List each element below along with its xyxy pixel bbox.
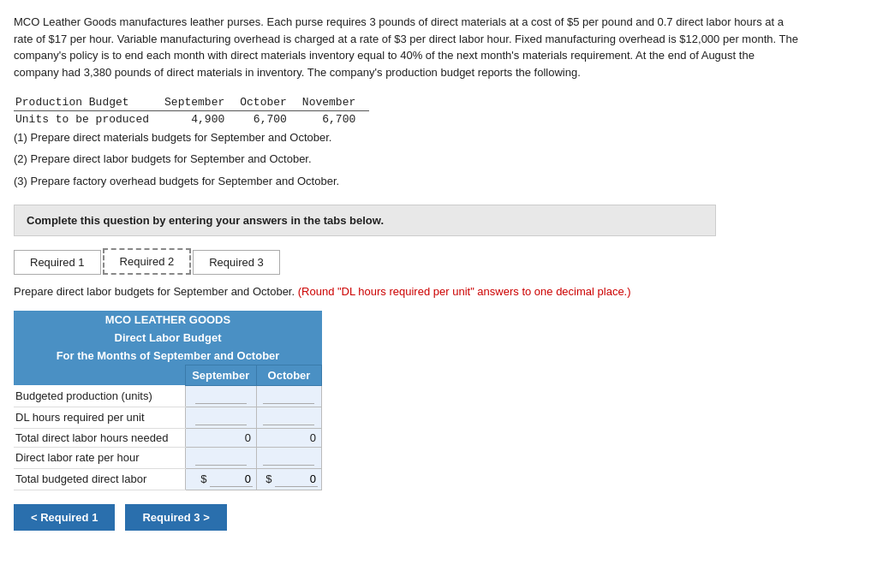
row3-sep-val: 0 <box>185 428 256 447</box>
row4-sep-input[interactable] <box>185 447 256 468</box>
intro-text: MCO Leather Goods manufactures leather p… <box>14 14 802 80</box>
dl-hours-sep-input[interactable] <box>195 410 247 425</box>
instruction-3: (3) Prepare factory overhead budgets for… <box>14 171 863 191</box>
row1-label: Budgeted production (units) <box>14 385 185 407</box>
prod-oct-value: 6,700 <box>238 111 301 128</box>
budgeted-production-oct-input[interactable] <box>263 389 314 404</box>
prepare-instruction: Prepare direct labor budgets for Septemb… <box>14 283 716 300</box>
labor-rate-oct-input[interactable] <box>263 450 314 466</box>
prepare-instruction-red: (Round "DL hours required per unit" answ… <box>298 285 631 298</box>
complete-box: Complete this question by entering your … <box>14 205 716 236</box>
prod-col3-header: October <box>238 94 301 111</box>
table-row: Total budgeted direct labor $ $ <box>14 468 322 490</box>
budget-main-table: September October Budgeted production (u… <box>14 365 322 490</box>
prod-col2-header: September <box>163 94 238 111</box>
col-sep-header: September <box>185 365 256 385</box>
row4-oct-input[interactable] <box>256 447 321 468</box>
table-row: DL hours required per unit <box>14 407 322 428</box>
bottom-nav: < Required 1 Required 3 > <box>14 504 733 531</box>
labor-rate-sep-input[interactable] <box>195 450 247 466</box>
tabs-row: Required 1 Required 2 Required 3 <box>14 248 863 275</box>
total-budgeted-sep-input[interactable] <box>210 472 253 487</box>
instructions-block: (1) Prepare direct materials budgets for… <box>14 128 863 191</box>
next-button[interactable]: Required 3 > <box>125 504 226 531</box>
next-button-label: Required 3 > <box>142 511 209 524</box>
dl-hours-oct-input[interactable] <box>263 410 314 425</box>
row2-label: DL hours required per unit <box>14 407 185 428</box>
table-row: Direct labor rate per hour <box>14 447 322 468</box>
row2-sep-input[interactable] <box>185 407 256 428</box>
row5-oct-prefix: $ <box>265 472 271 485</box>
budget-title-2: Direct Labor Budget <box>14 329 322 347</box>
tab-required-2[interactable]: Required 2 <box>103 248 192 275</box>
production-table: Production Budget September October Nove… <box>14 94 369 128</box>
prev-button[interactable]: < Required 1 <box>14 504 115 531</box>
row3-oct-val: 0 <box>256 428 321 447</box>
instruction-1: (1) Prepare direct materials budgets for… <box>14 128 863 147</box>
row2-oct-input[interactable] <box>256 407 321 428</box>
row4-label: Direct labor rate per hour <box>14 447 185 468</box>
row5-sep-val: $ <box>185 468 256 490</box>
prod-col1-header: Production Budget <box>14 94 163 111</box>
budget-table-wrapper: MCO LEATHER GOODS Direct Labor Budget Fo… <box>14 311 322 490</box>
row5-oct-val: $ <box>256 468 321 490</box>
table-row: Total direct labor hours needed 0 0 <box>14 428 322 447</box>
prod-sep-value: 4,900 <box>163 111 238 128</box>
budget-title-3: For the Months of September and October <box>14 347 322 365</box>
row1-oct-input[interactable] <box>256 385 321 407</box>
row3-label: Total direct labor hours needed <box>14 428 185 447</box>
budget-title-block: MCO LEATHER GOODS Direct Labor Budget Fo… <box>14 311 322 365</box>
row5-label: Total budgeted direct labor <box>14 468 185 490</box>
prod-row1-label: Units to be produced <box>14 111 163 128</box>
budgeted-production-sep-input[interactable] <box>195 389 247 404</box>
prod-nov-value: 6,700 <box>301 111 369 128</box>
row1-sep-input[interactable] <box>185 385 256 407</box>
instruction-2: (2) Prepare direct labor budgets for Sep… <box>14 149 863 169</box>
tab-required-1[interactable]: Required 1 <box>14 250 101 275</box>
row5-sep-prefix: $ <box>200 472 206 485</box>
tab-content: Prepare direct labor budgets for Septemb… <box>14 275 733 531</box>
total-budgeted-oct-input[interactable] <box>275 472 318 487</box>
prod-col4-header: November <box>301 94 369 111</box>
budget-title-1: MCO LEATHER GOODS <box>14 311 322 329</box>
col-oct-header: October <box>256 365 321 385</box>
table-row: Budgeted production (units) <box>14 385 322 407</box>
tab-required-3[interactable]: Required 3 <box>193 250 280 275</box>
prev-button-label: < Required 1 <box>31 511 98 524</box>
